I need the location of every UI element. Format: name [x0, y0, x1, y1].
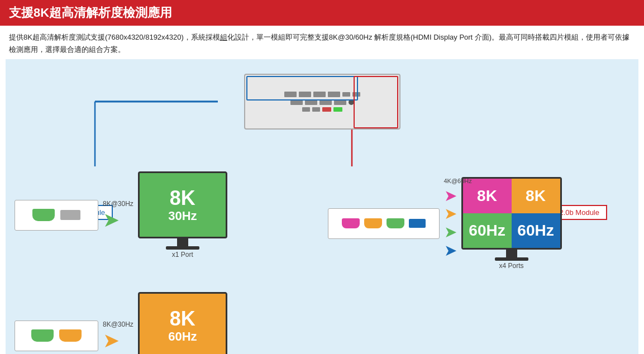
- freq-label-2: 8K@30Hz: [103, 320, 133, 328]
- x4-label: x4 Ports: [499, 262, 523, 270]
- device-row-1: [284, 92, 360, 97]
- port-4: [328, 92, 340, 97]
- port-2: [299, 92, 311, 97]
- row-x1: 8K@30Hz ➤ 8K 30Hz x1 Port: [15, 171, 317, 259]
- port-7: [290, 99, 303, 105]
- right-column: 4K@60Hz ➤ ➤ ➤ ➤ 8K 8K: [328, 171, 630, 270]
- x1-label: x1 Port: [172, 251, 193, 259]
- port-6: [352, 92, 360, 97]
- monitor2-line2: 60Hz: [168, 330, 197, 343]
- port-9: [319, 99, 332, 105]
- arrow-pink: ➤: [444, 188, 457, 205]
- monitor1-line1: 8K: [168, 187, 197, 209]
- port-box-2: [15, 320, 98, 351]
- page-wrapper: 支援8K超高清解析度檢測應用 提供8K超高清解析度測試支援(7680x4320/…: [0, 0, 644, 354]
- left-column: 8K@30Hz ➤ 8K 30Hz x1 Port: [15, 171, 317, 354]
- monitor-2: 8K 60Hz x2 Ports: [138, 292, 227, 354]
- monitor-base-3: [495, 257, 528, 261]
- port-11: [349, 99, 354, 105]
- description-text: 提供8K超高清解析度測試支援(7680x4320/8192x4320)，系統採模…: [0, 26, 644, 59]
- desc-content: 提供8K超高清解析度測試支援(7680x4320/8192x4320)，系統採模…: [9, 33, 629, 54]
- port-box-1: [15, 200, 98, 231]
- port-12: [302, 107, 310, 112]
- device-red-outline: [354, 76, 398, 128]
- hdmi-port-1: [60, 210, 80, 220]
- dp-port-blue-r: [409, 219, 426, 228]
- dp-port-orange-1: [59, 329, 82, 342]
- device-box: [244, 74, 400, 130]
- monitor-1: 8K 30Hz x1 Port: [138, 171, 227, 259]
- page-title: 支援8K超高清解析度檢測應用: [9, 4, 635, 21]
- arrow-blue-r: ➤: [444, 242, 457, 260]
- quad-green: 60Hz: [463, 213, 512, 248]
- row-x2: 8K@30Hz ➤ 8K 60Hz x2 Ports: [15, 292, 317, 354]
- monitor-screen-2: 8K 60Hz: [138, 292, 227, 354]
- monitor-screen-3: 8K 8K 60Hz 60Hz: [461, 177, 562, 250]
- header: 支援8K超高清解析度檢測應用: [0, 0, 644, 26]
- quad-blue: 60Hz: [512, 213, 560, 248]
- monitor-stand-3: [506, 250, 517, 257]
- dp-port-orange-r: [364, 218, 382, 228]
- monitor2-line1: 8K: [168, 308, 197, 330]
- dp-port-green-1: [32, 209, 55, 221]
- device-row-3: [302, 107, 342, 112]
- arrow-orange-1: ➤: [103, 331, 120, 351]
- dp-port-green-r: [387, 218, 404, 228]
- arrow-green-r: ➤: [444, 224, 457, 241]
- dp-port-pink: [342, 218, 360, 228]
- port-1: [284, 92, 297, 97]
- dp-port-green-2: [31, 329, 54, 342]
- freq-label-1: 8K@30Hz: [103, 200, 133, 208]
- freq-4k60-label: 4K@60Hz: [444, 178, 472, 184]
- quad-60hz-2: 60Hz: [517, 222, 554, 240]
- quad-8k: 8K: [477, 188, 497, 205]
- monitor-3: 8K 8K 60Hz 60Hz: [461, 177, 562, 270]
- monitor1-line2: 30Hz: [168, 209, 197, 223]
- port-8: [305, 99, 317, 105]
- monitor-base-1: [166, 246, 199, 250]
- port-13: [312, 107, 320, 112]
- monitor-screen-1: 8K 30Hz: [138, 171, 227, 238]
- port-15: [333, 107, 342, 112]
- port-3: [313, 92, 326, 97]
- port-10: [334, 99, 346, 105]
- port-5: [342, 92, 350, 97]
- quad-orange: 8K: [512, 179, 560, 213]
- quad-8k-2: 8K: [526, 188, 546, 205]
- monitor-stand-1: [177, 238, 188, 246]
- arrow-orange-r: ➤: [444, 205, 457, 223]
- port-14: [322, 107, 331, 112]
- main-diagram: Display Port 1.4 Module HDMI 2.0b Module…: [6, 59, 638, 354]
- arrows-stack: 4K@60Hz ➤ ➤ ➤ ➤: [444, 188, 457, 260]
- quad-60hz: 60Hz: [469, 222, 505, 240]
- arrow-green-1: ➤: [103, 210, 120, 230]
- device-row-2: [290, 99, 354, 105]
- right-port-box: [328, 208, 440, 239]
